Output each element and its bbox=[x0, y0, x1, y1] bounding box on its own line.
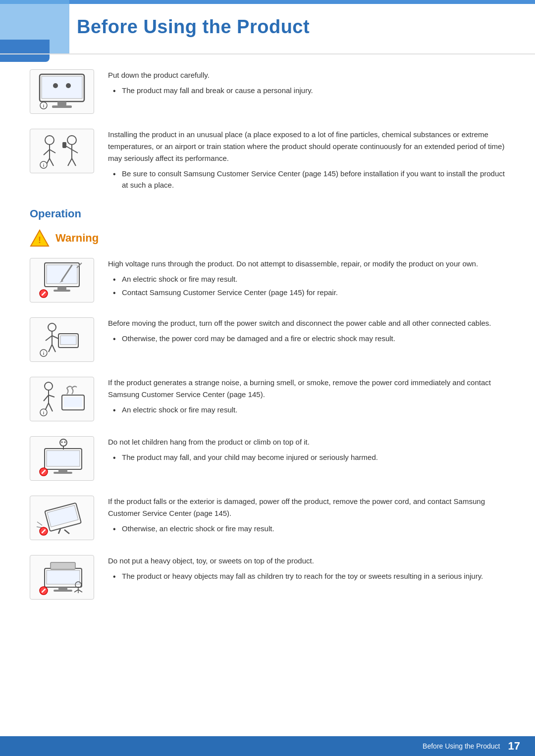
text-strange-noise: If the product generates a strange noise… bbox=[108, 377, 505, 418]
icon-heavy-object bbox=[30, 555, 94, 600]
monitor-svg: i bbox=[35, 72, 89, 111]
high-voltage-bullet-0: An electric shock or fire may result. bbox=[113, 274, 505, 285]
svg-line-39 bbox=[52, 345, 55, 352]
text-product-falls: If the product falls or the exterior is … bbox=[108, 496, 505, 537]
svg-rect-57 bbox=[54, 472, 72, 474]
product-falls-bullets: Otherwise, an electric shock or fire may… bbox=[108, 523, 505, 535]
block-heavy-object: Do not put a heavy object, toy, or sweet… bbox=[30, 555, 505, 600]
text-put-down: Put down the product carefully. The prod… bbox=[108, 69, 505, 99]
children-bullet-0: The product may fall, and your child may… bbox=[113, 452, 505, 463]
product-falls-main: If the product falls or the exterior is … bbox=[108, 496, 505, 519]
svg-rect-4 bbox=[57, 101, 66, 105]
page-footer: Before Using the Product 17 bbox=[0, 736, 535, 756]
svg-line-10 bbox=[44, 150, 50, 155]
block-unusual-place: i Installing the product in an unusual p… bbox=[30, 129, 505, 193]
warning-label: Warning bbox=[55, 232, 99, 245]
strange-noise-svg: i bbox=[35, 379, 89, 419]
unusual-place-bullet-0: Be sure to consult Samsung Customer Serv… bbox=[113, 168, 505, 191]
strange-noise-bullets: An electric shock or fire may result. bbox=[108, 404, 505, 416]
svg-line-18 bbox=[72, 150, 78, 153]
main-content: i Put down the product carefully. The pr… bbox=[0, 54, 535, 654]
block-strange-noise: i If the product generates a strange noi… bbox=[30, 377, 505, 421]
svg-text:i: i bbox=[43, 103, 45, 108]
persons-svg: i bbox=[35, 131, 89, 171]
text-high-voltage: High voltage runs through the product. D… bbox=[108, 258, 505, 300]
svg-point-2 bbox=[53, 83, 58, 88]
icon-monitor: i bbox=[30, 69, 94, 114]
strange-noise-main: If the product generates a strange noise… bbox=[108, 377, 505, 401]
svg-rect-75 bbox=[47, 570, 80, 584]
svg-text:!: ! bbox=[38, 235, 41, 245]
svg-rect-28 bbox=[54, 290, 70, 292]
block-put-down: i Put down the product carefully. The pr… bbox=[30, 69, 505, 114]
svg-point-62 bbox=[61, 442, 63, 443]
svg-point-34 bbox=[48, 323, 56, 331]
svg-rect-56 bbox=[58, 469, 67, 472]
svg-text:i: i bbox=[43, 163, 45, 168]
unusual-place-main: Installing the product in an unusual pla… bbox=[108, 129, 505, 164]
heavy-object-main: Do not put a heavy object, toy, or sweet… bbox=[108, 555, 505, 567]
svg-line-70 bbox=[37, 522, 42, 525]
strange-noise-bullet-0: An electric shock or fire may result. bbox=[113, 404, 505, 416]
footer-page-number: 17 bbox=[508, 740, 520, 753]
put-down-main: Put down the product carefully. bbox=[108, 69, 505, 81]
footer-text: Before Using the Product bbox=[423, 742, 500, 750]
moving-bullet-0: Otherwise, the power cord may be damaged… bbox=[113, 333, 505, 345]
svg-line-13 bbox=[50, 158, 54, 166]
put-down-bullet-0: The product may fall and break or cause … bbox=[113, 85, 505, 97]
svg-line-11 bbox=[50, 150, 55, 153]
svg-point-8 bbox=[45, 136, 54, 145]
svg-rect-41 bbox=[60, 336, 76, 345]
svg-line-36 bbox=[46, 336, 52, 341]
heavy-object-bullet-0: The product or heavy objects may fall as… bbox=[113, 571, 505, 582]
icon-disassemble bbox=[30, 258, 94, 302]
text-children: Do not let children hang from the produc… bbox=[108, 436, 505, 465]
svg-line-37 bbox=[52, 336, 58, 339]
block-high-voltage: High voltage runs through the product. D… bbox=[30, 258, 505, 302]
svg-point-44 bbox=[45, 382, 53, 390]
icon-persons: i bbox=[30, 129, 94, 173]
svg-line-19 bbox=[68, 158, 72, 166]
text-unusual-place: Installing the product in an unusual pla… bbox=[108, 129, 505, 193]
svg-rect-27 bbox=[57, 287, 66, 290]
children-svg bbox=[35, 439, 89, 478]
warning-header: ! Warning bbox=[30, 229, 505, 247]
put-down-bullets: The product may fall and break or cause … bbox=[108, 85, 505, 97]
icon-moving: i bbox=[30, 317, 94, 362]
heavy-object-bullets: The product or heavy objects may fall as… bbox=[108, 571, 505, 582]
moving-bullets: Otherwise, the power cord may be damaged… bbox=[108, 333, 505, 345]
svg-line-16 bbox=[66, 146, 72, 150]
moving-svg: i bbox=[35, 320, 89, 359]
page-header: Before Using the Product bbox=[0, 0, 535, 54]
svg-point-58 bbox=[60, 439, 67, 446]
svg-line-81 bbox=[74, 590, 78, 592]
block-children: Do not let children hang from the produc… bbox=[30, 436, 505, 481]
disassemble-svg bbox=[35, 260, 89, 300]
heavy-object-svg bbox=[35, 557, 89, 597]
svg-line-68 bbox=[58, 529, 60, 534]
text-moving: Before moving the product, turn off the … bbox=[108, 317, 505, 347]
svg-point-3 bbox=[66, 83, 71, 88]
svg-rect-76 bbox=[58, 587, 67, 590]
high-voltage-main: High voltage runs through the product. D… bbox=[108, 258, 505, 270]
svg-line-82 bbox=[78, 590, 82, 592]
svg-rect-67 bbox=[47, 505, 78, 527]
svg-line-47 bbox=[49, 395, 54, 397]
high-voltage-bullet-1: Contact Samsung Customer Service Center … bbox=[113, 287, 505, 299]
icon-strange-noise: i bbox=[30, 377, 94, 421]
section-operation-heading: Operation bbox=[30, 207, 505, 220]
moving-main: Before moving the product, turn off the … bbox=[108, 317, 505, 329]
icon-children bbox=[30, 436, 94, 481]
unusual-place-bullets: Be sure to consult Samsung Customer Serv… bbox=[108, 168, 505, 191]
svg-line-38 bbox=[49, 345, 52, 352]
svg-rect-1 bbox=[42, 76, 82, 99]
svg-rect-55 bbox=[47, 451, 80, 466]
block-product-falls: If the product falls or the exterior is … bbox=[30, 496, 505, 540]
children-main: Do not let children hang from the produc… bbox=[108, 436, 505, 448]
svg-line-46 bbox=[44, 395, 49, 401]
svg-point-14 bbox=[67, 136, 76, 145]
svg-point-63 bbox=[64, 442, 66, 443]
svg-rect-17 bbox=[62, 142, 66, 148]
warning-triangle-icon: ! bbox=[30, 229, 50, 247]
icon-product-falls bbox=[30, 496, 94, 540]
